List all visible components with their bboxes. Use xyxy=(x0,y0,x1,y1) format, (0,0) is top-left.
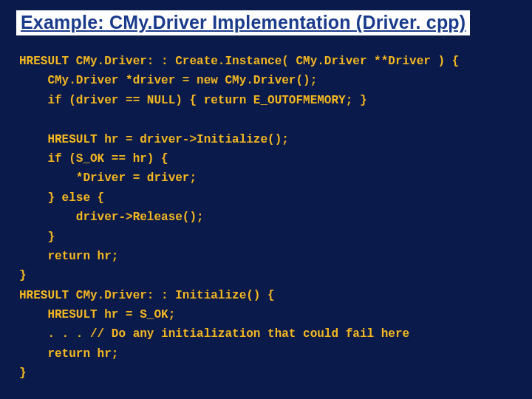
slide: Example: CMy.Driver Implementation (Driv… xyxy=(0,0,532,399)
code-block: HRESULT CMy.Driver: : Create.Instance( C… xyxy=(16,52,516,383)
slide-title: Example: CMy.Driver Implementation (Driv… xyxy=(16,10,470,35)
